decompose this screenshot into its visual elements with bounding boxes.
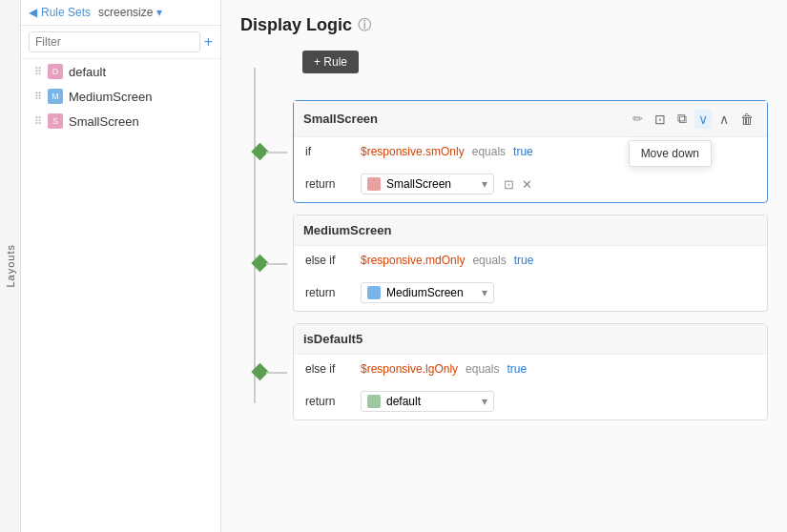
return-item-icon-1: [367, 177, 381, 191]
condition-var-1: $responsive.smOnly: [361, 145, 465, 158]
drag-handle-icon: ⠿: [34, 91, 42, 103]
return-row-1: return SmallScreen ▾ ⊡ ✕: [294, 166, 767, 202]
equals-text-2: equals: [472, 254, 506, 267]
filter-row: +: [21, 26, 220, 59]
dropdown-arrow-2: ▾: [482, 286, 487, 299]
rule-node-smallscreen: SmallScreen ✏ ⊡ ⧉ ∨ Move down ∧: [293, 100, 768, 203]
filter-input[interactable]: [29, 31, 200, 52]
return-edit-button-1[interactable]: ⊡: [502, 175, 516, 194]
else-if-label-2: else if: [305, 254, 353, 267]
return-label-3: return: [305, 395, 353, 408]
rule-card-header-3: isDefault5: [294, 324, 767, 355]
connector-line-2: [266, 263, 287, 265]
page-title-row: Display Logic ⓘ: [240, 15, 768, 35]
flow-container: + Rule SmallScreen ✏ ⊡ ⧉ ∨: [240, 51, 768, 420]
edit-pencil-icon[interactable]: ✏: [632, 112, 643, 126]
move-down-tooltip: Move down: [629, 140, 712, 167]
rule-card-title-3: isDefault5: [303, 332, 757, 346]
chevron-down-container: ∨ Move down: [694, 110, 712, 129]
drag-handle-icon: ⠿: [34, 66, 42, 78]
move-down-button[interactable]: ∨: [694, 110, 712, 129]
condition-value-2: true: [514, 254, 534, 267]
move-down-label: Move down: [641, 147, 699, 160]
else-if-label-3: else if: [305, 362, 353, 376]
condition-value-3: true: [507, 362, 527, 376]
smallscreen-item-icon: S: [48, 113, 63, 129]
breadcrumb-dropdown-icon[interactable]: ▾: [156, 6, 162, 19]
nav-items-list: ⠿ D default ⠿ M MediumScreen ⠿ S SmallSc…: [21, 59, 220, 532]
return-label-1: return: [305, 177, 353, 191]
copy-rule-button[interactable]: ⧉: [673, 109, 691, 129]
rule-card-isdefault5: isDefault5 else if $responsive.lgOnly eq…: [293, 323, 768, 420]
rule-node-mediumscreen: MediumScreen else if $responsive.mdOnly …: [293, 215, 768, 312]
return-value-3: default: [386, 395, 421, 408]
rule-card-title-2: MediumScreen: [303, 223, 757, 237]
rule-card-header-2: MediumScreen: [294, 215, 767, 246]
nav-item-default[interactable]: ⠿ D default: [21, 59, 220, 84]
return-label-2: return: [305, 286, 353, 299]
return-value-2: MediumScreen: [386, 286, 464, 299]
add-layout-button[interactable]: +: [204, 34, 213, 50]
connector-line-3: [266, 372, 287, 374]
equals-text-3: equals: [466, 362, 499, 376]
nav-item-label: MediumScreen: [69, 90, 152, 104]
rule-card-title-1: SmallScreen: [303, 112, 625, 126]
mediumscreen-item-icon: M: [48, 89, 63, 104]
move-up-button[interactable]: ∧: [715, 110, 733, 129]
condition-var-3: $responsive.lgOnly: [361, 362, 458, 376]
rule-card-mediumscreen: MediumScreen else if $responsive.mdOnly …: [293, 215, 768, 312]
connector-line-1: [266, 152, 287, 153]
info-icon[interactable]: ⓘ: [358, 17, 371, 34]
nav-item-label: SmallScreen: [69, 114, 139, 129]
add-rule-button[interactable]: + Rule: [302, 51, 359, 73]
default-item-icon: D: [48, 64, 63, 79]
dropdown-arrow-3: ▾: [482, 395, 487, 408]
condition-row-3: else if $responsive.lgOnly equals true: [294, 355, 767, 383]
dropdown-arrow-1: ▾: [482, 177, 487, 191]
rule-card-actions-1: ⊡ ⧉ ∨ Move down ∧ 🗑: [651, 109, 757, 129]
nav-panel: ◀ Rule Sets screensize ▾ + ⠿ D default ⠿…: [21, 0, 221, 532]
nav-item-mediumscreen[interactable]: ⠿ M MediumScreen: [21, 84, 220, 109]
vertical-line: [254, 68, 256, 403]
return-row-2: return MediumScreen ▾: [294, 275, 767, 311]
nav-item-smallscreen[interactable]: ⠿ S SmallScreen: [21, 109, 220, 133]
add-rule-row: + Rule: [293, 51, 768, 89]
nav-item-label: default: [69, 65, 106, 79]
main-content: Display Logic ⓘ + Rule SmallScreen ✏ ⊡ ⧉: [221, 0, 787, 532]
layouts-sidebar-label: Layouts: [0, 0, 21, 532]
preview-rule-button[interactable]: ⊡: [651, 110, 670, 129]
page-title: Display Logic: [240, 15, 352, 35]
back-arrow-icon[interactable]: ◀: [29, 6, 37, 19]
condition-row-2: else if $responsive.mdOnly equals true: [294, 246, 767, 275]
equals-text-1: equals: [472, 145, 506, 158]
drag-handle-icon: ⠿: [34, 115, 42, 128]
breadcrumb: ◀ Rule Sets screensize ▾: [21, 0, 220, 26]
rule-card-header-1: SmallScreen ✏ ⊡ ⧉ ∨ Move down ∧: [294, 101, 767, 137]
delete-rule-button[interactable]: 🗑: [736, 110, 757, 129]
return-dropdown-3[interactable]: default ▾: [361, 391, 494, 412]
return-remove-button-1[interactable]: ✕: [520, 175, 534, 194]
rule-sets-link[interactable]: Rule Sets: [41, 6, 91, 19]
layouts-label: Layouts: [5, 244, 16, 288]
return-item-icon-2: [367, 286, 381, 299]
condition-var-2: $responsive.mdOnly: [361, 254, 465, 267]
breadcrumb-current: screensize: [98, 6, 153, 19]
rule-node-isdefault5: isDefault5 else if $responsive.lgOnly eq…: [293, 323, 768, 420]
return-dropdown-2[interactable]: MediumScreen ▾: [361, 282, 494, 303]
rule-card-smallscreen: SmallScreen ✏ ⊡ ⧉ ∨ Move down ∧: [293, 100, 768, 203]
return-actions-1: ⊡ ✕: [502, 175, 534, 194]
return-row-3: return default ▾: [294, 383, 767, 419]
return-item-icon-3: [367, 395, 381, 408]
return-dropdown-1[interactable]: SmallScreen ▾: [361, 174, 494, 194]
condition-value-1: true: [513, 145, 533, 158]
return-value-1: SmallScreen: [386, 177, 451, 191]
if-label: if: [305, 145, 353, 158]
